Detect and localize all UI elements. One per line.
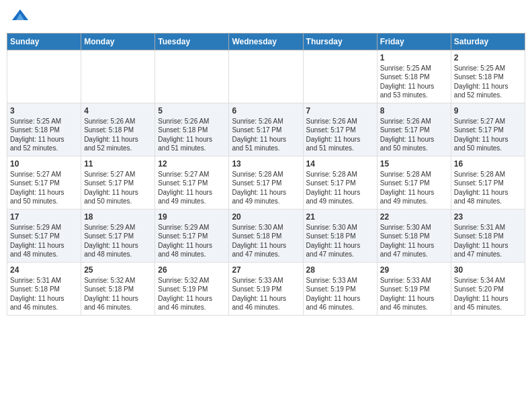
day-number: 5 xyxy=(158,106,226,116)
calendar-cell: 28Sunrise: 5:33 AM Sunset: 5:19 PM Dayli… xyxy=(303,262,377,315)
calendar-cell: 11Sunrise: 5:27 AM Sunset: 5:17 PM Dayli… xyxy=(81,156,155,209)
day-number: 14 xyxy=(306,159,374,169)
calendar-week-row: 10Sunrise: 5:27 AM Sunset: 5:17 PM Dayli… xyxy=(7,156,525,209)
calendar-week-row: 17Sunrise: 5:29 AM Sunset: 5:17 PM Dayli… xyxy=(7,209,525,262)
day-info: Sunrise: 5:29 AM Sunset: 5:17 PM Dayligh… xyxy=(10,223,78,259)
day-number: 16 xyxy=(454,159,522,169)
calendar-cell: 25Sunrise: 5:32 AM Sunset: 5:18 PM Dayli… xyxy=(81,262,155,315)
day-info: Sunrise: 5:29 AM Sunset: 5:17 PM Dayligh… xyxy=(84,223,152,259)
calendar-cell: 24Sunrise: 5:31 AM Sunset: 5:18 PM Dayli… xyxy=(7,262,81,315)
page-header xyxy=(7,7,525,29)
day-info: Sunrise: 5:26 AM Sunset: 5:17 PM Dayligh… xyxy=(306,117,374,153)
day-info: Sunrise: 5:33 AM Sunset: 5:19 PM Dayligh… xyxy=(306,276,374,312)
day-info: Sunrise: 5:30 AM Sunset: 5:18 PM Dayligh… xyxy=(380,223,448,259)
day-number: 29 xyxy=(380,265,448,275)
day-number: 4 xyxy=(84,106,152,116)
day-number: 25 xyxy=(84,265,152,275)
calendar-week-row: 1Sunrise: 5:25 AM Sunset: 5:18 PM Daylig… xyxy=(7,50,525,103)
calendar-cell: 9Sunrise: 5:27 AM Sunset: 5:17 PM Daylig… xyxy=(451,103,525,156)
day-info: Sunrise: 5:33 AM Sunset: 5:19 PM Dayligh… xyxy=(232,276,300,312)
calendar-cell: 18Sunrise: 5:29 AM Sunset: 5:17 PM Dayli… xyxy=(81,209,155,262)
day-number: 22 xyxy=(380,212,448,222)
calendar-cell: 22Sunrise: 5:30 AM Sunset: 5:18 PM Dayli… xyxy=(377,209,451,262)
calendar-cell: 5Sunrise: 5:26 AM Sunset: 5:18 PM Daylig… xyxy=(155,103,229,156)
calendar-cell: 20Sunrise: 5:30 AM Sunset: 5:18 PM Dayli… xyxy=(229,209,303,262)
calendar-cell: 14Sunrise: 5:28 AM Sunset: 5:17 PM Dayli… xyxy=(303,156,377,209)
calendar-cell: 3Sunrise: 5:25 AM Sunset: 5:18 PM Daylig… xyxy=(7,103,81,156)
day-number: 20 xyxy=(232,212,300,222)
day-of-week-header: Friday xyxy=(377,33,451,50)
calendar-cell xyxy=(303,50,377,103)
day-number: 23 xyxy=(454,212,522,222)
day-number: 10 xyxy=(10,159,78,169)
calendar-cell xyxy=(155,50,229,103)
calendar-cell: 17Sunrise: 5:29 AM Sunset: 5:17 PM Dayli… xyxy=(7,209,81,262)
day-number: 6 xyxy=(232,106,300,116)
day-info: Sunrise: 5:29 AM Sunset: 5:17 PM Dayligh… xyxy=(158,223,226,259)
day-number: 17 xyxy=(10,212,78,222)
calendar-cell: 4Sunrise: 5:26 AM Sunset: 5:18 PM Daylig… xyxy=(81,103,155,156)
day-number: 24 xyxy=(10,265,78,275)
day-info: Sunrise: 5:25 AM Sunset: 5:18 PM Dayligh… xyxy=(454,64,522,100)
day-info: Sunrise: 5:28 AM Sunset: 5:17 PM Dayligh… xyxy=(306,170,374,206)
day-of-week-header: Wednesday xyxy=(229,33,303,50)
day-info: Sunrise: 5:27 AM Sunset: 5:17 PM Dayligh… xyxy=(454,117,522,153)
day-info: Sunrise: 5:27 AM Sunset: 5:17 PM Dayligh… xyxy=(84,170,152,206)
day-of-week-header: Tuesday xyxy=(155,33,229,50)
calendar-cell: 1Sunrise: 5:25 AM Sunset: 5:18 PM Daylig… xyxy=(377,50,451,103)
calendar-cell: 8Sunrise: 5:26 AM Sunset: 5:17 PM Daylig… xyxy=(377,103,451,156)
day-info: Sunrise: 5:31 AM Sunset: 5:18 PM Dayligh… xyxy=(10,276,78,312)
calendar-cell: 23Sunrise: 5:31 AM Sunset: 5:18 PM Dayli… xyxy=(451,209,525,262)
day-info: Sunrise: 5:30 AM Sunset: 5:18 PM Dayligh… xyxy=(232,223,300,259)
calendar-cell: 2Sunrise: 5:25 AM Sunset: 5:18 PM Daylig… xyxy=(451,50,525,103)
calendar-cell xyxy=(81,50,155,103)
day-info: Sunrise: 5:25 AM Sunset: 5:18 PM Dayligh… xyxy=(10,117,78,153)
calendar-week-row: 3Sunrise: 5:25 AM Sunset: 5:18 PM Daylig… xyxy=(7,103,525,156)
calendar-cell: 19Sunrise: 5:29 AM Sunset: 5:17 PM Dayli… xyxy=(155,209,229,262)
day-number: 3 xyxy=(10,106,78,116)
calendar-cell: 21Sunrise: 5:30 AM Sunset: 5:18 PM Dayli… xyxy=(303,209,377,262)
logo-icon xyxy=(11,7,30,26)
calendar-header-row: SundayMondayTuesdayWednesdayThursdayFrid… xyxy=(7,33,525,50)
calendar-cell xyxy=(7,50,81,103)
day-number: 12 xyxy=(158,159,226,169)
day-info: Sunrise: 5:26 AM Sunset: 5:17 PM Dayligh… xyxy=(380,117,448,153)
day-info: Sunrise: 5:30 AM Sunset: 5:18 PM Dayligh… xyxy=(306,223,374,259)
day-of-week-header: Monday xyxy=(81,33,155,50)
day-info: Sunrise: 5:31 AM Sunset: 5:18 PM Dayligh… xyxy=(454,223,522,259)
calendar-cell: 29Sunrise: 5:33 AM Sunset: 5:19 PM Dayli… xyxy=(377,262,451,315)
calendar-cell: 27Sunrise: 5:33 AM Sunset: 5:19 PM Dayli… xyxy=(229,262,303,315)
day-number: 2 xyxy=(454,53,522,62)
day-number: 11 xyxy=(84,159,152,169)
day-info: Sunrise: 5:27 AM Sunset: 5:17 PM Dayligh… xyxy=(158,170,226,206)
day-info: Sunrise: 5:26 AM Sunset: 5:18 PM Dayligh… xyxy=(84,117,152,153)
calendar-cell: 26Sunrise: 5:32 AM Sunset: 5:19 PM Dayli… xyxy=(155,262,229,315)
day-info: Sunrise: 5:33 AM Sunset: 5:19 PM Dayligh… xyxy=(380,276,448,312)
day-number: 19 xyxy=(158,212,226,222)
calendar-cell: 15Sunrise: 5:28 AM Sunset: 5:17 PM Dayli… xyxy=(377,156,451,209)
day-number: 1 xyxy=(380,53,448,62)
day-info: Sunrise: 5:28 AM Sunset: 5:17 PM Dayligh… xyxy=(232,170,300,206)
day-of-week-header: Saturday xyxy=(451,33,525,50)
day-info: Sunrise: 5:27 AM Sunset: 5:17 PM Dayligh… xyxy=(10,170,78,206)
calendar-cell: 10Sunrise: 5:27 AM Sunset: 5:17 PM Dayli… xyxy=(7,156,81,209)
calendar-cell: 16Sunrise: 5:28 AM Sunset: 5:17 PM Dayli… xyxy=(451,156,525,209)
calendar-cell: 6Sunrise: 5:26 AM Sunset: 5:17 PM Daylig… xyxy=(229,103,303,156)
day-info: Sunrise: 5:32 AM Sunset: 5:19 PM Dayligh… xyxy=(158,276,226,312)
day-info: Sunrise: 5:28 AM Sunset: 5:17 PM Dayligh… xyxy=(380,170,448,206)
logo xyxy=(9,9,30,29)
day-info: Sunrise: 5:26 AM Sunset: 5:17 PM Dayligh… xyxy=(232,117,300,153)
calendar-cell: 13Sunrise: 5:28 AM Sunset: 5:17 PM Dayli… xyxy=(229,156,303,209)
calendar-cell: 7Sunrise: 5:26 AM Sunset: 5:17 PM Daylig… xyxy=(303,103,377,156)
day-number: 8 xyxy=(380,106,448,116)
calendar-cell: 12Sunrise: 5:27 AM Sunset: 5:17 PM Dayli… xyxy=(155,156,229,209)
day-number: 28 xyxy=(306,265,374,275)
calendar-cell: 30Sunrise: 5:34 AM Sunset: 5:20 PM Dayli… xyxy=(451,262,525,315)
day-info: Sunrise: 5:28 AM Sunset: 5:17 PM Dayligh… xyxy=(454,170,522,206)
day-number: 26 xyxy=(158,265,226,275)
day-of-week-header: Sunday xyxy=(7,33,81,50)
day-info: Sunrise: 5:26 AM Sunset: 5:18 PM Dayligh… xyxy=(158,117,226,153)
day-number: 9 xyxy=(454,106,522,116)
day-number: 27 xyxy=(232,265,300,275)
calendar-week-row: 24Sunrise: 5:31 AM Sunset: 5:18 PM Dayli… xyxy=(7,262,525,315)
